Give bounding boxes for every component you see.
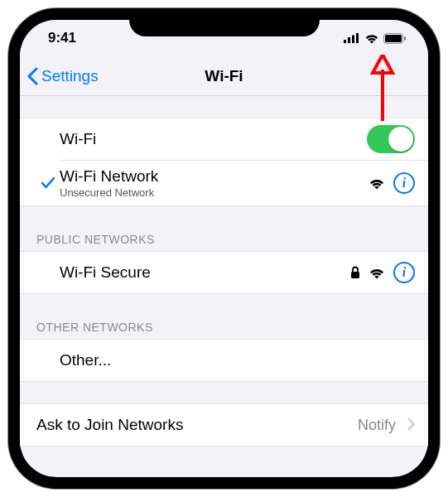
chevron-left-icon [26, 67, 38, 85]
svg-rect-7 [351, 272, 359, 278]
status-wifi-icon [364, 33, 379, 44]
connected-network-name: Wi-Fi Network [60, 167, 369, 186]
content[interactable]: Wi-Fi Wi-Fi Network Unsecured Network [20, 96, 428, 446]
checkmark-icon [36, 176, 60, 190]
info-button[interactable]: i [393, 172, 415, 194]
back-label: Settings [41, 67, 99, 85]
back-button[interactable]: Settings [26, 67, 99, 85]
connected-network-subtitle: Unsecured Network [60, 186, 369, 199]
svg-rect-2 [352, 36, 354, 44]
battery-icon [383, 33, 407, 44]
chevron-right-icon [407, 414, 415, 436]
ask-to-join-row[interactable]: Ask to Join Networks Notify [20, 404, 428, 446]
wifi-signal-icon [369, 267, 385, 279]
svg-rect-6 [404, 36, 406, 41]
public-networks-header: PUBLIC NETWORKS [20, 228, 428, 251]
svg-rect-0 [344, 40, 346, 43]
cellular-signal-icon [344, 33, 360, 43]
device-frame: 9:41 Settings Wi-Fi [8, 8, 440, 489]
wifi-signal-icon [369, 177, 385, 190]
connected-network-row[interactable]: Wi-Fi Network Unsecured Network i [20, 161, 428, 205]
device-notch [129, 8, 320, 36]
other-networks-header: OTHER NETWORKS [20, 316, 428, 339]
ask-to-join-group: Ask to Join Networks Notify [20, 403, 428, 446]
nav-bar: Settings Wi-Fi [20, 56, 428, 96]
wifi-main-group: Wi-Fi Wi-Fi Network Unsecured Network [20, 118, 428, 206]
wifi-toggle-row[interactable]: Wi-Fi [20, 118, 428, 160]
other-networks-group: Other... [20, 339, 428, 382]
public-networks-group: Wi-Fi Secure i [20, 251, 428, 294]
svg-rect-1 [348, 37, 350, 43]
lock-icon [350, 266, 360, 279]
other-network-row[interactable]: Other... [20, 340, 428, 381]
ask-to-join-label: Ask to Join Networks [36, 416, 183, 434]
svg-rect-3 [356, 33, 359, 43]
public-network-name: Wi-Fi Secure [60, 263, 151, 282]
screen: 9:41 Settings Wi-Fi [20, 20, 428, 477]
other-label: Other... [60, 351, 111, 369]
status-time: 9:41 [48, 30, 76, 46]
ask-to-join-value: Notify [358, 417, 396, 434]
info-button[interactable]: i [393, 262, 415, 283]
wifi-toggle-label: Wi-Fi [60, 130, 96, 148]
svg-rect-5 [385, 35, 402, 42]
status-indicators [344, 33, 407, 44]
public-network-row[interactable]: Wi-Fi Secure i [20, 252, 428, 293]
wifi-toggle-switch[interactable] [367, 125, 415, 153]
